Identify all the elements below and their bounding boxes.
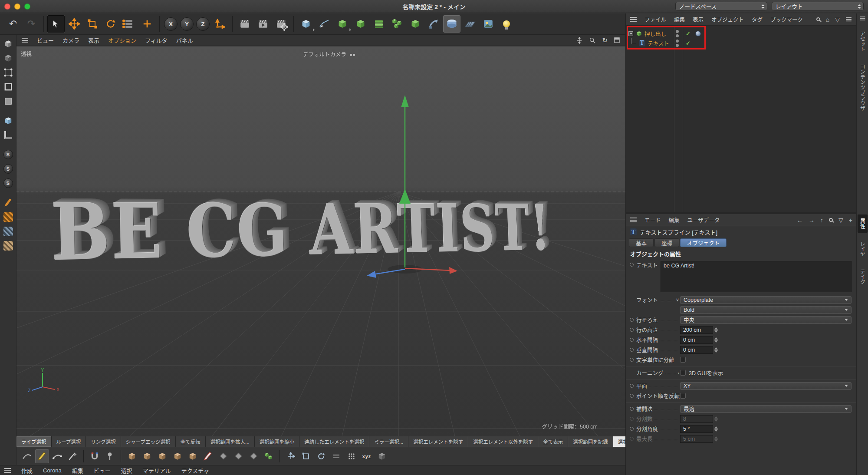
normal-rotate-button[interactable] — [314, 449, 328, 463]
interpolation-select[interactable]: 最適 — [680, 405, 852, 413]
tab-object[interactable]: オブジェクト — [680, 238, 727, 247]
attribute-manager-menu-item[interactable]: モード — [644, 216, 661, 224]
selection-command-button[interactable]: 選択範囲を拡大... — [206, 436, 255, 447]
font-select[interactable]: Copperplate — [680, 296, 852, 304]
viewport-menu-item[interactable]: ビュー — [37, 36, 54, 44]
dock-menu-icon[interactable] — [860, 16, 865, 20]
selection-command-button[interactable]: 全て反転 — [176, 436, 206, 447]
animation-dot[interactable] — [630, 263, 634, 267]
volume-builder-button[interactable] — [407, 15, 424, 33]
animation-dot[interactable] — [630, 318, 634, 322]
object-manager-menu-item[interactable]: 編集 — [674, 15, 685, 23]
h-spacing-input[interactable]: 0 cm — [680, 336, 713, 344]
workplane-tool-button[interactable] — [375, 449, 389, 463]
selection-command-button[interactable]: ループ選択 — [52, 436, 86, 447]
object-manager-menu-icon[interactable] — [630, 17, 637, 22]
dock-tab[interactable]: テイク — [858, 265, 868, 288]
bottom-menu-icon[interactable] — [4, 468, 11, 473]
search-icon[interactable] — [829, 218, 833, 222]
v-spacing-input[interactable]: 0 cm — [680, 346, 713, 354]
workplane-snap-button[interactable]: S — [2, 177, 15, 190]
bottom-menu-item[interactable]: ビュー — [94, 466, 111, 475]
angle-input[interactable]: 5 ° — [680, 425, 713, 433]
animation-dot[interactable] — [630, 394, 634, 398]
x-axis-lock[interactable]: X — [164, 17, 178, 31]
font-weight-select[interactable]: Bold — [680, 306, 852, 314]
add-icon[interactable]: + — [849, 217, 852, 224]
text-value-input[interactable]: be CG Artist! — [661, 261, 852, 292]
edge-cut-tool-button[interactable] — [216, 449, 230, 463]
floor-button[interactable] — [461, 15, 479, 33]
paint-mode-button[interactable] — [2, 196, 15, 209]
filter-icon[interactable]: ▽ — [838, 217, 843, 224]
dock-tab[interactable]: コンテンツブラウザ — [858, 60, 868, 115]
extrude-generator-button[interactable] — [334, 15, 351, 33]
nodespace-select[interactable]: ノードスペース — [675, 2, 767, 11]
selection-command-button[interactable]: 連結したエレメントを選択 — [299, 436, 369, 447]
slide-tool-button[interactable] — [329, 449, 343, 463]
animation-dot[interactable] — [630, 338, 634, 342]
tab-coordinates[interactable]: 座標 — [654, 238, 679, 247]
animation-dot[interactable] — [630, 358, 634, 362]
texture-mode-button[interactable] — [2, 52, 15, 65]
show-3d-gui-checkbox[interactable] — [680, 370, 686, 376]
arc-tool-button[interactable] — [20, 449, 34, 463]
rotate-tool[interactable] — [102, 15, 119, 33]
object-manager-menu-item[interactable]: タグ — [752, 15, 763, 23]
render-picture-viewer-button[interactable] — [254, 15, 272, 33]
home-icon[interactable]: ⌂ — [826, 16, 829, 23]
selection-command-button[interactable]: 選択範囲を復元 — [613, 436, 625, 447]
object-row-extrude[interactable]: 押し出し ✓ — [626, 29, 726, 38]
lathe-generator-button[interactable] — [352, 15, 369, 33]
selection-command-button[interactable]: 全て表示 — [538, 436, 568, 447]
visibility-dots[interactable] — [676, 30, 679, 37]
selection-command-button[interactable]: 選択範囲を記録 — [568, 436, 613, 447]
attribute-manager-menu-icon[interactable] — [630, 218, 637, 222]
loft-generator-button[interactable] — [370, 15, 388, 33]
layout-select[interactable]: レイアウト — [772, 2, 864, 11]
chevron-right-icon[interactable]: › — [677, 370, 679, 376]
extrude-tool-button[interactable] — [125, 449, 139, 463]
magnet-tool-button[interactable] — [88, 449, 102, 463]
z-axis-lock[interactable]: Z — [196, 17, 210, 31]
minimize-window-button[interactable] — [14, 3, 20, 10]
modeling-axis-tool[interactable] — [138, 15, 156, 33]
plane-select[interactable]: XY — [680, 382, 852, 390]
object-manager-menu-item[interactable]: オブジェクト — [711, 15, 744, 23]
camera-label[interactable]: デフォルトカメラ — [303, 50, 355, 58]
rotate-view-icon[interactable]: ↻ — [602, 37, 608, 43]
viewport-menu-item[interactable]: 表示 — [88, 36, 99, 44]
uv-polygons-mode-button[interactable] — [2, 225, 15, 238]
spline-smooth-button[interactable] — [50, 449, 64, 463]
knife-tool-button[interactable] — [66, 449, 79, 463]
matrix-extrude-tool-button[interactable] — [186, 449, 200, 463]
light-button[interactable] — [498, 15, 515, 33]
bottom-menu-item[interactable]: 編集 — [72, 466, 83, 475]
undo-button[interactable]: ↶ — [4, 15, 22, 33]
selection-command-button[interactable]: 選択エレメントを隠す — [408, 436, 468, 447]
close-window-button[interactable] — [4, 3, 10, 10]
object-manager-menu-item[interactable]: 表示 — [693, 15, 704, 23]
tab-basic[interactable]: 基本 — [629, 238, 654, 247]
line-height-input[interactable]: 200 cm — [680, 326, 713, 334]
projection-label[interactable]: 透視 — [21, 49, 32, 58]
viewport-menu-item[interactable]: オプション — [108, 36, 136, 44]
render-settings-button[interactable] — [273, 15, 290, 33]
physical-sky-button[interactable] — [480, 15, 497, 33]
render-view-button[interactable] — [236, 15, 253, 33]
list-icon[interactable] — [846, 17, 852, 21]
viewport-menu-item[interactable]: カメラ — [62, 36, 79, 44]
array-duplicate-button[interactable] — [262, 449, 276, 463]
quantize-tool-button[interactable] — [345, 449, 358, 463]
enable-axis-button[interactable] — [2, 114, 15, 127]
bottom-menu-item[interactable]: テクスチャ — [181, 466, 209, 475]
animation-dot[interactable] — [630, 328, 634, 332]
workplane-mode-button[interactable] — [2, 129, 15, 142]
parent-icon[interactable]: ↑ — [820, 217, 823, 224]
psr-lock-toggles[interactable] — [120, 15, 138, 33]
dock-tab[interactable]: アセット — [858, 27, 868, 56]
collapse-icon[interactable] — [628, 31, 633, 36]
polygon-pen-button[interactable] — [201, 449, 215, 463]
viewport-menu-item[interactable]: フィルタ — [145, 36, 168, 44]
edges-mode-button[interactable] — [2, 80, 15, 93]
